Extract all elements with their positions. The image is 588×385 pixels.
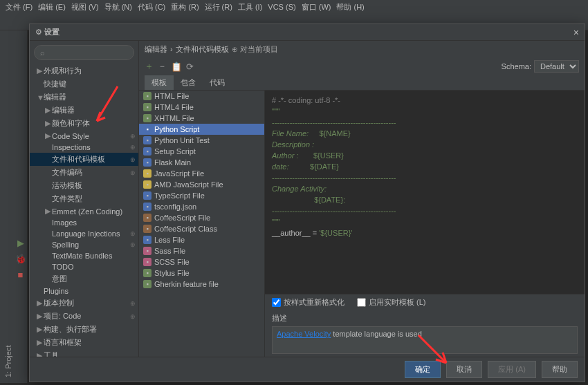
apply-button[interactable]: 应用 (A)	[488, 361, 536, 378]
tree-item[interactable]: 文件类型	[30, 192, 138, 205]
tree-item[interactable]: 意图	[30, 272, 138, 285]
tree-item-label: Code Style	[52, 132, 89, 140]
file-type-icon: ▪	[143, 92, 151, 100]
tree-item[interactable]: ▶Emmet (Zen Coding)	[30, 205, 138, 217]
tree-item[interactable]: ▶项目: Code⊕	[30, 310, 138, 323]
close-icon[interactable]: ×	[573, 27, 579, 38]
project-scope-icon: ⊕	[130, 313, 136, 320]
template-file-item[interactable]: ▪AMD JavaScript File	[139, 179, 264, 190]
side-tab[interactable]: 1: Project	[3, 30, 14, 383]
menu-item[interactable]: 文件 (F)	[6, 2, 33, 12]
tree-item[interactable]: 活动模板	[30, 179, 138, 192]
gutter-tool-column: ▶ 🐞 ■	[14, 30, 28, 383]
help-button[interactable]: 帮助	[542, 361, 578, 378]
stop-icon[interactable]: ■	[18, 270, 24, 280]
project-scope-icon: ⊕	[130, 230, 136, 237]
run-icon[interactable]: ▶	[17, 238, 24, 248]
menu-item[interactable]: 视图 (V)	[71, 2, 99, 12]
file-type-icon: ▪	[143, 125, 151, 133]
template-file-item[interactable]: ▪TypeScript File	[139, 190, 264, 201]
reformat-checkbox[interactable]: 按样式重新格式化	[272, 297, 344, 308]
tree-item[interactable]: ▶构建、执行部署	[30, 323, 138, 336]
tree-item-label: TODO	[52, 263, 74, 271]
tree-item-label: Spelling	[52, 241, 79, 249]
search-input[interactable]: ⌕	[34, 45, 134, 60]
tree-item[interactable]: Inspections⊕	[30, 142, 138, 153]
file-type-icon: ▪	[143, 180, 151, 189]
tree-item-label: Language Injections	[52, 229, 120, 238]
tree-item[interactable]: 文件和代码模板⊕	[30, 153, 138, 166]
template-file-item[interactable]: ▪Python Script	[139, 124, 264, 135]
template-file-item[interactable]: ▪Sass File	[139, 245, 264, 256]
tab-templates[interactable]: 模板	[145, 75, 174, 90]
tree-item[interactable]: TextMate Bundles	[30, 250, 138, 261]
live-template-checkbox[interactable]: 启用实时模板 (L)	[357, 297, 426, 308]
debug-icon[interactable]: 🐞	[15, 254, 26, 264]
template-file-item[interactable]: ▪Setup Script	[139, 146, 264, 157]
tree-item[interactable]: ▶语言和框架	[30, 336, 138, 349]
template-file-item[interactable]: ▪Stylus File	[139, 267, 264, 279]
tree-item[interactable]: 文件编码⊕	[30, 166, 138, 179]
side-tool-tabs[interactable]: 1: Project2: Structure2: Favorites	[0, 30, 14, 383]
remove-icon[interactable]: －	[158, 60, 167, 73]
velocity-link[interactable]: Apache Velocity	[277, 330, 331, 338]
copy-icon[interactable]: 📋	[171, 62, 182, 72]
code-line: # -*- coding: utf-8 -*-	[272, 96, 340, 104]
refresh-icon[interactable]: ⟳	[186, 62, 194, 72]
schema-select[interactable]: Default	[534, 60, 579, 73]
menu-item[interactable]: VCS (S)	[268, 3, 295, 11]
tree-item[interactable]: TODO	[30, 261, 138, 272]
menu-item[interactable]: 编辑 (E)	[38, 2, 66, 12]
template-file-item[interactable]: ▪HTML File	[139, 91, 264, 102]
tree-item[interactable]: ▶外观和行为	[30, 64, 138, 77]
menu-item[interactable]: 重构 (R)	[171, 2, 199, 12]
schema-label: Schema:	[502, 62, 531, 71]
template-file-item[interactable]: ▪Python Unit Test	[139, 135, 264, 146]
tree-item[interactable]: Plugins	[30, 285, 138, 297]
template-file-list[interactable]: ▪HTML File▪HTML4 File▪XHTML File▪Python …	[139, 91, 265, 357]
template-subtabs[interactable]: 模板 包含 代码	[139, 75, 585, 91]
settings-tree[interactable]: ▶外观和行为快捷键▼编辑器▶编辑器▶颜色和字体▶Code Style⊕Inspe…	[30, 64, 138, 357]
tree-item[interactable]: ▶Code Style⊕	[30, 130, 138, 142]
side-tab[interactable]: 2: Structure	[0, 30, 3, 383]
main-menubar[interactable]: 文件 (F)编辑 (E)视图 (V)导航 (N)代码 (C)重构 (R)运行 (…	[0, 0, 588, 14]
tree-item[interactable]: Spelling⊕	[30, 239, 138, 250]
tree-item[interactable]: Images	[30, 217, 138, 228]
tree-item[interactable]: ▼编辑器	[30, 91, 138, 104]
menu-item[interactable]: 导航 (N)	[104, 2, 132, 12]
file-item-label: Stylus File	[154, 269, 190, 277]
project-scope-icon: ⊕	[130, 144, 136, 151]
file-item-label: Python Unit Test	[154, 136, 210, 144]
tab-code[interactable]: 代码	[203, 75, 232, 90]
tree-item[interactable]: Language Injections⊕	[30, 228, 138, 239]
template-file-item[interactable]: ▪HTML4 File	[139, 102, 264, 113]
template-file-item[interactable]: ▪Less File	[139, 234, 264, 245]
tree-item-label: 颜色和字体	[52, 118, 90, 129]
tree-item[interactable]: ▶工具	[30, 349, 138, 357]
template-file-item[interactable]: ▪tsconfig.json	[139, 201, 264, 212]
tree-item-label: 编辑器	[52, 105, 75, 115]
expand-arrow-icon: ▶	[37, 338, 44, 347]
template-file-item[interactable]: ▪CoffeeScript Class	[139, 223, 264, 234]
menu-item[interactable]: 工具 (I)	[238, 2, 262, 12]
template-editor[interactable]: # -*- coding: utf-8 -*- """ ------------…	[265, 91, 585, 294]
cancel-button[interactable]: 取消	[446, 361, 482, 378]
template-file-item[interactable]: ▪XHTML File	[139, 113, 264, 124]
template-file-item[interactable]: ▪Flask Main	[139, 157, 264, 168]
ok-button[interactable]: 确定	[405, 361, 441, 378]
menu-item[interactable]: 运行 (R)	[205, 2, 232, 12]
add-icon[interactable]: ＋	[145, 60, 154, 73]
template-file-item[interactable]: ▪JavaScript File	[139, 168, 264, 179]
tab-includes[interactable]: 包含	[174, 75, 203, 90]
menu-item[interactable]: 代码 (C)	[138, 2, 165, 12]
tree-item[interactable]: 快捷键	[30, 77, 138, 91]
file-item-label: Python Script	[154, 125, 199, 133]
tree-item[interactable]: ▶颜色和字体	[30, 117, 138, 130]
tree-item[interactable]: ▶版本控制⊕	[30, 297, 138, 310]
menu-item[interactable]: 帮助 (H)	[336, 2, 364, 12]
template-file-item[interactable]: ▪Gherkin feature file	[139, 279, 264, 290]
template-file-item[interactable]: ▪SCSS File	[139, 256, 264, 267]
menu-item[interactable]: 窗口 (W)	[302, 2, 331, 12]
tree-item[interactable]: ▶编辑器	[30, 104, 138, 117]
template-file-item[interactable]: ▪CoffeeScript File	[139, 212, 264, 223]
